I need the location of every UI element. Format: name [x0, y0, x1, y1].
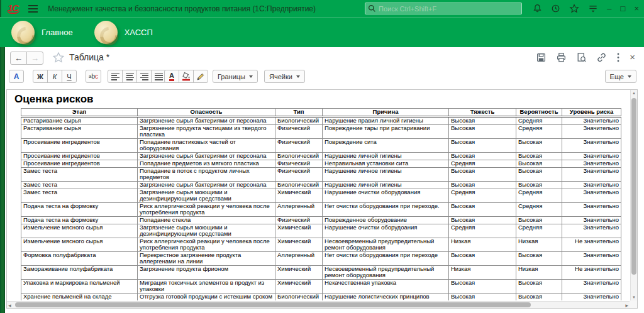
table-cell[interactable]: Высокая — [516, 217, 562, 224]
bold-button[interactable]: Ж — [33, 70, 48, 83]
table-cell[interactable]: Хранение пельменей на складе — [21, 294, 138, 301]
table-cell[interactable]: Средняя — [516, 125, 562, 139]
back-button[interactable]: ← — [10, 52, 27, 65]
table-cell[interactable]: Средняя — [449, 160, 516, 168]
table-cell[interactable]: Высокая — [516, 294, 562, 301]
tab-haccp[interactable]: ХАССП — [94, 21, 153, 44]
more-button[interactable]: Еще — [605, 70, 636, 83]
table-cell[interactable]: Нет очистки оборудования при переходе. — [323, 203, 449, 217]
hamburger-menu-icon[interactable] — [28, 5, 38, 13]
table-cell[interactable]: Физический — [275, 168, 323, 182]
favorites-star-icon[interactable] — [569, 4, 579, 14]
table-cell[interactable]: Попадание стекла — [138, 217, 275, 224]
table-cell[interactable]: Химический — [275, 189, 323, 203]
table-cell[interactable]: Поврежденное оборудование — [323, 217, 449, 224]
table-cell[interactable]: Высокая — [516, 252, 562, 266]
favorite-star-icon[interactable] — [52, 52, 65, 67]
align-center-button[interactable] — [122, 70, 137, 83]
table-cell[interactable]: Попадание предметов из мягкого пластика — [138, 160, 275, 168]
table-cell[interactable]: Средняя — [516, 224, 562, 238]
table-cell[interactable]: Замес теста — [21, 168, 138, 182]
column-header[interactable]: Тип — [275, 109, 323, 117]
table-cell[interactable]: Риск аллергической реакции у человека по… — [138, 203, 275, 217]
table-cell[interactable]: Значительно — [562, 139, 621, 153]
table-cell[interactable]: Формовка полуфабриката — [21, 252, 138, 266]
global-search[interactable] — [365, 3, 522, 14]
table-cell[interactable]: Загрязнение продукта частицами из твердо… — [138, 125, 275, 139]
table-cell[interactable]: Биологический — [275, 117, 323, 125]
table-cell[interactable]: Некачественная упаковка — [323, 280, 449, 294]
table-cell[interactable]: Просеивание ингредиентов — [21, 153, 138, 160]
table-cell[interactable]: Низкая — [449, 266, 516, 280]
table-cell[interactable]: Измельчение мясного сырья — [21, 224, 138, 238]
column-header[interactable]: Тяжесть — [449, 109, 516, 117]
column-header[interactable]: Этап — [21, 109, 138, 117]
table-cell[interactable]: Высокая — [449, 139, 516, 153]
tab-main[interactable]: Главное — [11, 21, 73, 44]
table-cell[interactable]: Попадание пластиковых частей от оборудов… — [138, 139, 275, 153]
table-cell[interactable]: Нарушение личной гигиены — [323, 153, 449, 160]
scroll-down-icon[interactable]: ▼ — [632, 295, 636, 299]
table-cell[interactable]: Замес теста — [21, 189, 138, 203]
table-cell[interactable]: Биологический — [275, 294, 323, 301]
table-cell[interactable]: Высокая — [516, 280, 562, 294]
table-cell[interactable]: Высокая — [516, 168, 562, 182]
table-cell[interactable]: Не значительно — [562, 238, 621, 252]
font-button[interactable]: A — [9, 70, 24, 83]
table-cell[interactable]: Загрязнение сырья бактериями от персонал… — [138, 182, 275, 189]
table-cell[interactable]: Высокая — [449, 182, 516, 189]
table-cell[interactable]: Нарушение логистических принципов — [323, 294, 449, 301]
column-header[interactable]: Опасность — [138, 109, 275, 117]
table-cell[interactable]: Загрязнение сырья моющими и дезинфицирую… — [138, 189, 275, 203]
search-input[interactable] — [379, 5, 519, 13]
save-icon[interactable] — [536, 52, 547, 63]
table-cell[interactable]: Перекрестное загрязнение продукта аллерг… — [138, 252, 275, 266]
table-cell[interactable]: Физический — [275, 139, 323, 153]
maximize-icon[interactable]: □ — [621, 0, 626, 17]
service-menu-icon[interactable] — [588, 4, 598, 13]
more-kebab-icon[interactable] — [616, 52, 620, 63]
table-cell[interactable]: Высокая — [449, 153, 516, 160]
table-cell[interactable]: Отгрузка готовой продукции с истекшим ср… — [138, 294, 275, 301]
table-cell[interactable]: Средняя — [516, 203, 562, 217]
cells-dropdown[interactable]: Ячейки — [264, 70, 305, 83]
table-cell[interactable]: Просеивание ингредиентов — [21, 139, 138, 153]
table-cell[interactable]: Химический — [275, 224, 323, 238]
table-cell[interactable]: Растаривание сырья — [21, 125, 138, 139]
text-case-button[interactable]: abc — [86, 70, 101, 83]
border-color-button[interactable] — [193, 70, 208, 83]
table-cell[interactable]: Неправильная установки сита — [323, 160, 449, 168]
table-cell[interactable]: Загрязнение сырья моющими и дезинфицирую… — [138, 224, 275, 238]
table-cell[interactable]: Нарушение личной гигиены — [323, 182, 449, 189]
table-cell[interactable]: Значительно — [562, 153, 621, 160]
table-cell[interactable]: Высокая — [449, 125, 516, 139]
table-cell[interactable]: Физический — [275, 125, 323, 139]
table-cell[interactable]: Несвоевременный предупредительный ремонт… — [323, 266, 449, 280]
align-left-button[interactable] — [108, 70, 123, 83]
column-header[interactable]: Вероятность — [516, 109, 562, 117]
table-cell[interactable]: Значительно — [562, 224, 621, 238]
table-cell[interactable]: Значительно — [562, 252, 621, 266]
table-cell[interactable]: Замораживание полуфабриката — [21, 266, 138, 280]
table-cell[interactable]: Растаривание сырья — [21, 117, 138, 125]
scroll-right-icon[interactable]: ▶ — [625, 303, 628, 307]
table-cell[interactable]: Значительно — [562, 280, 621, 294]
table-cell[interactable]: Химический — [275, 280, 323, 294]
table-cell[interactable]: Химический — [275, 266, 323, 280]
link-icon[interactable] — [596, 52, 607, 63]
table-cell[interactable]: Значительно — [562, 168, 621, 182]
table-cell[interactable]: Низкая — [449, 238, 516, 252]
table-cell[interactable]: Значительно — [562, 160, 621, 168]
table-cell[interactable]: Попадание в поток с продуктом личных пре… — [138, 168, 275, 182]
table-cell[interactable]: Средняя — [449, 224, 516, 238]
table-cell[interactable]: Высокая — [516, 182, 562, 189]
fill-color-button[interactable] — [179, 70, 194, 83]
table-cell[interactable]: Высокая — [449, 252, 516, 266]
table-cell[interactable]: Высокая — [449, 203, 516, 217]
table-cell[interactable]: Низкая — [516, 266, 562, 280]
underline-button[interactable]: Ч — [62, 70, 77, 83]
borders-dropdown[interactable]: Границы — [213, 70, 258, 83]
table-cell[interactable]: Биологический — [275, 153, 323, 160]
table-cell[interactable]: Нарушение очистки оборудования — [323, 189, 449, 203]
table-cell[interactable]: Высокая — [516, 139, 562, 153]
